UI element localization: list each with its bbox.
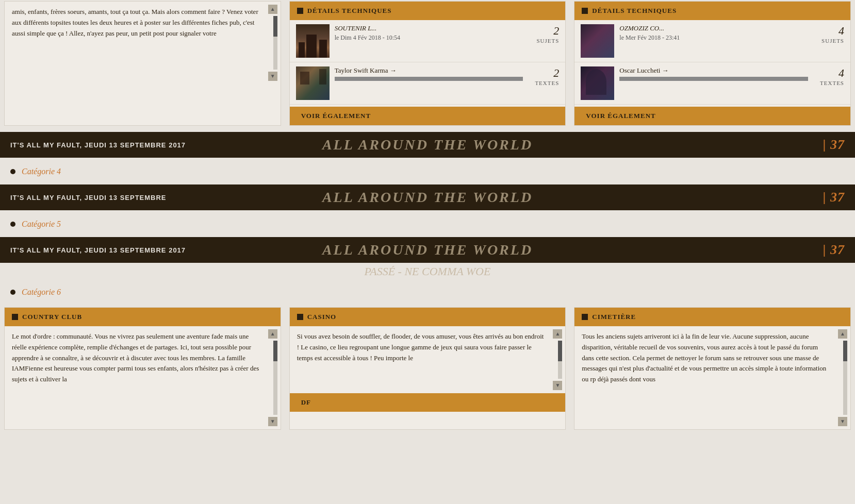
taylor-count: 2 bbox=[528, 66, 559, 80]
detail-info-soutenir: SOUTENIR L... le Dim 4 Fév 2018 - 10:54 bbox=[335, 24, 523, 45]
category-4-label: Catégorie 4 bbox=[22, 167, 61, 176]
cc-icon bbox=[12, 314, 18, 320]
bottom-panels-row: COUNTRY CLUB ▲ ▼ Le mot d'ordre : commun… bbox=[0, 301, 855, 436]
oscar-progress bbox=[619, 77, 808, 81]
casino-scroll-up[interactable]: ▲ bbox=[553, 329, 562, 339]
category-6-label: Catégorie 6 bbox=[22, 288, 61, 297]
cimetiere-header-bar: CIMETIÈRE bbox=[574, 308, 850, 326]
cc-scroll-down[interactable]: ▼ bbox=[268, 417, 277, 426]
passed-watermark: PASSÉ - NE COMMA WOE bbox=[365, 265, 491, 278]
details-header-bar: DÉTAILS TECHNIQUES bbox=[290, 2, 566, 20]
detail-info-oscar: Oscar Luccheti → bbox=[619, 66, 808, 81]
ozmoziz-count: 4 bbox=[813, 24, 844, 38]
cc-scroll-up[interactable]: ▲ bbox=[268, 329, 277, 339]
category-6-row: Catégorie 6 bbox=[0, 278, 855, 301]
detail-count-taylor: 2 TEXTES bbox=[528, 66, 559, 86]
num-37-3: 37 bbox=[830, 242, 845, 257]
bar-icon-right bbox=[582, 8, 588, 14]
panel-body-left: ▲ ▼ amis, enfants, frères soeurs, amants… bbox=[4, 1, 281, 126]
header-left-3: IT'S ALL MY FAULT, JEUDI 13 SEPTEMBRE 20… bbox=[10, 246, 186, 254]
section-header-2: IT'S ALL MY FAULT, JEUDI 13 SEPTEMBRE AL… bbox=[0, 184, 855, 210]
cc-body-text: Le mot d'ordre : communauté. Vous ne viv… bbox=[12, 331, 273, 385]
soutenir-date: le Dim 4 Fév 2018 - 10:54 bbox=[335, 34, 523, 42]
panel-casino: CASINO ▲ ▼ Si vous avez besoin de souffl… bbox=[289, 307, 566, 430]
header-left-1: IT'S ALL MY FAULT, JEUDI 13 SEPTEMBRE 20… bbox=[10, 141, 186, 149]
header-watermark-3: ALL AROUND THE WORLD bbox=[322, 242, 533, 258]
cimetiere-scrollbar bbox=[843, 341, 847, 415]
casino-scroll-down[interactable]: ▼ bbox=[553, 381, 562, 390]
cimetiere-body-text: Tous les anciens sujets arriveront ici à… bbox=[582, 331, 843, 385]
sujets-count: 2 bbox=[528, 24, 559, 38]
cat5-dot bbox=[10, 222, 15, 227]
cimetiere-scroll-down[interactable]: ▼ bbox=[838, 417, 847, 426]
cimetiere-label: CIMETIÈRE bbox=[592, 313, 636, 321]
detail-count-ozmoziz: 4 SUJETS bbox=[813, 24, 844, 44]
panel-country-club: COUNTRY CLUB ▲ ▼ Le mot d'ordre : commun… bbox=[4, 307, 281, 430]
casino-header-bar: CASINO bbox=[290, 308, 566, 326]
panel-scroll-left: ▲ ▼ amis, enfants, frères soeurs, amants… bbox=[5, 2, 281, 84]
detail-item-ozmoziz: OZMOZIZ CO... le Mer Fév 2018 - 23:41 4 … bbox=[574, 20, 850, 62]
df-bar: DF bbox=[290, 393, 566, 412]
details-header-label: DÉTAILS TECHNIQUES bbox=[307, 7, 392, 15]
detail-item-taylor[interactable]: Taylor Swift Karma → 2 TEXTES bbox=[290, 62, 566, 105]
casino-icon bbox=[297, 314, 303, 320]
detail-item-oscar[interactable]: Oscar Luccheti → 4 TEXTES bbox=[574, 62, 850, 105]
thumb-ozmoziz bbox=[581, 24, 614, 58]
cc-header-bar: COUNTRY CLUB bbox=[5, 308, 281, 326]
scroll-down-btn[interactable]: ▼ bbox=[268, 72, 277, 81]
detail-count-oscar: 4 TEXTES bbox=[813, 66, 844, 86]
section-header-1: IT'S ALL MY FAULT, JEUDI 13 SEPTEMBRE 20… bbox=[0, 132, 855, 158]
category-5-row: Catégorie 5 bbox=[0, 210, 855, 233]
thumb-soutenir bbox=[296, 24, 330, 58]
detail-info-taylor: Taylor Swift Karma → bbox=[335, 66, 523, 81]
detail-count-soutenir: 2 SUJETS bbox=[528, 24, 559, 44]
detail-item-soutenir: SOUTENIR L... le Dim 4 Fév 2018 - 10:54 … bbox=[290, 20, 566, 62]
voir-bar-right[interactable]: VOIR ÉGALEMENT bbox=[574, 107, 850, 125]
ozmoziz-title: OZMOZIZ CO... bbox=[619, 24, 808, 32]
voir-bar-mid[interactable]: VOIR ÉGALEMENT bbox=[290, 107, 566, 125]
details-header-bar-right: DÉTAILS TECHNIQUES bbox=[574, 2, 850, 20]
casino-label: CASINO bbox=[307, 313, 337, 321]
scroll-up-btn[interactable]: ▲ bbox=[268, 5, 277, 14]
oscar-count: 4 bbox=[813, 66, 844, 80]
category-4-row: Catégorie 4 bbox=[0, 158, 855, 180]
panel-cimetiere: CIMETIÈRE ▲ ▼ Tous les anciens sujets ar… bbox=[574, 307, 851, 430]
details-header-label-right: DÉTAILS TECHNIQUES bbox=[592, 7, 677, 15]
cimetiere-scroll-up[interactable]: ▲ bbox=[838, 329, 847, 339]
detail-info-ozmoziz: OZMOZIZ CO... le Mer Fév 2018 - 23:41 bbox=[619, 24, 808, 45]
header-num-1: | 37 bbox=[823, 137, 845, 153]
thumb-taylor bbox=[296, 66, 330, 100]
sujets-label: SUJETS bbox=[528, 38, 559, 44]
header-left-2: IT'S ALL MY FAULT, JEUDI 13 SEPTEMBRE bbox=[10, 194, 167, 201]
thumb-oscar bbox=[581, 66, 614, 100]
cat4-dot bbox=[10, 169, 15, 174]
cc-scrollbar bbox=[273, 341, 277, 415]
cimetiere-scroll-area: ▲ ▼ Tous les anciens sujets arriveront i… bbox=[574, 326, 850, 429]
ozmoziz-date: le Mer Fév 2018 - 23:41 bbox=[619, 34, 808, 42]
voir-label-mid: VOIR ÉGALEMENT bbox=[301, 112, 371, 120]
header-num-2: | 37 bbox=[823, 190, 845, 205]
section-header-3: IT'S ALL MY FAULT, JEUDI 13 SEPTEMBRE 20… bbox=[0, 237, 855, 263]
panel-details-right: DÉTAILS TECHNIQUES OZMOZIZ CO... le Mer … bbox=[574, 1, 851, 126]
bar-icon bbox=[297, 8, 303, 14]
soutenir-title: SOUTENIR L... bbox=[335, 24, 523, 32]
oscar-textes-label: TEXTES bbox=[813, 80, 844, 86]
casino-scroll-area: ▲ ▼ Si vous avez besoin de souffler, de … bbox=[290, 326, 566, 393]
cc-scroll-area: ▲ ▼ Le mot d'ordre : communauté. Vous ne… bbox=[5, 326, 281, 429]
category-5-label: Catégorie 5 bbox=[22, 220, 61, 229]
header-watermark-2: ALL AROUND THE WORLD bbox=[322, 189, 533, 206]
taylor-progress bbox=[335, 77, 523, 81]
oscar-link[interactable]: Oscar Luccheti → bbox=[619, 66, 808, 75]
casino-body-text: Si vous avez besoin de souffler, de floo… bbox=[297, 331, 558, 363]
panel-details-mid: DÉTAILS TECHNIQUES SOUTENIR L... le Dim … bbox=[289, 1, 566, 126]
panel-text: amis, enfants, frères soeurs, amants, to… bbox=[12, 7, 273, 39]
header-watermark-1: ALL AROUND THE WORLD bbox=[322, 137, 533, 153]
df-label: DF bbox=[301, 398, 311, 407]
cat6-dot bbox=[10, 290, 15, 295]
taylor-link[interactable]: Taylor Swift Karma → bbox=[335, 66, 523, 75]
cimetiere-icon bbox=[582, 314, 588, 320]
voir-label-right: VOIR ÉGALEMENT bbox=[586, 112, 655, 120]
ozmoziz-sujets: SUJETS bbox=[813, 38, 844, 44]
cc-label: COUNTRY CLUB bbox=[22, 313, 82, 321]
taylor-textes-label: TEXTES bbox=[528, 80, 559, 86]
